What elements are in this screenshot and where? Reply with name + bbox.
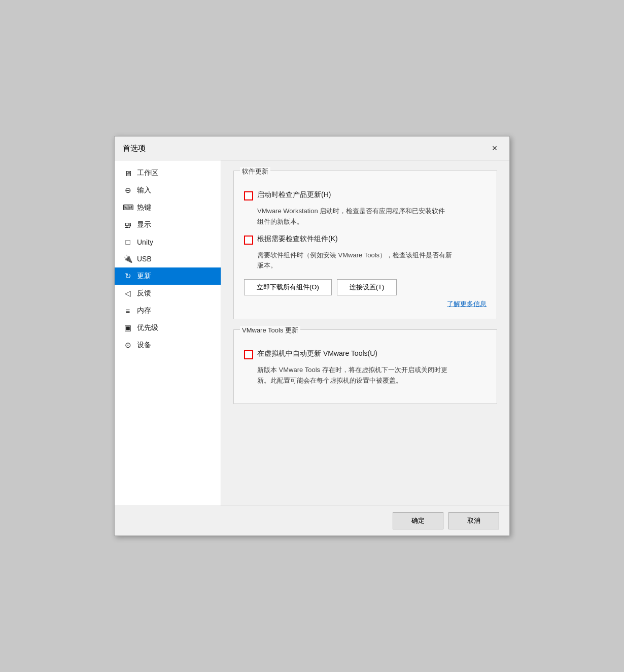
checkbox1-row: 启动时检查产品更新(H): [244, 190, 487, 202]
input-icon: ⊖: [123, 186, 133, 195]
sidebar-item-memory[interactable]: ≡ 内存: [115, 302, 221, 319]
software-update-inner: 启动时检查产品更新(H) VMware Workstation 启动时，检查是否…: [244, 190, 487, 309]
software-update-title: 软件更新: [240, 167, 270, 176]
sidebar-item-feedback[interactable]: ◁ 反馈: [115, 285, 221, 302]
sidebar-label-feedback: 反馈: [137, 289, 151, 298]
usb-icon: 🔌: [123, 254, 133, 263]
preferences-dialog: 首选项 × 🖥 工作区 ⊖ 输入 ⌨ 热键 🖳 显示 □ Un: [114, 136, 510, 536]
display-icon: 🖳: [123, 221, 133, 229]
sidebar-label-memory: 内存: [137, 306, 151, 315]
sidebar-label-display: 显示: [137, 220, 151, 229]
sidebar-item-priority[interactable]: ▣ 优先级: [115, 319, 221, 337]
sidebar-item-hotkeys[interactable]: ⌨ 热键: [115, 199, 221, 216]
checkbox1-label[interactable]: 启动时检查产品更新(H): [257, 190, 331, 199]
tools-checkbox-label[interactable]: 在虚拟机中自动更新 VMware Tools(U): [257, 349, 377, 358]
tools-checkbox-container: [244, 350, 253, 361]
close-button[interactable]: ×: [488, 142, 501, 155]
software-update-section: 软件更新 启动时检查产品更新(H) VMware Workstation 启动时…: [233, 171, 497, 319]
memory-icon: ≡: [123, 307, 133, 315]
connect-settings-button[interactable]: 连接设置(T): [337, 279, 397, 295]
sidebar-item-update[interactable]: ↻ 更新: [115, 267, 221, 285]
sidebar-item-usb[interactable]: 🔌 USB: [115, 250, 221, 267]
checkbox-product-update[interactable]: [244, 191, 253, 200]
sidebar-item-device[interactable]: ⊙ 设备: [115, 337, 221, 354]
sidebar-label-hotkeys: 热键: [137, 203, 151, 212]
vmware-tools-section: VMware Tools 更新 在虚拟机中自动更新 VMware Tools(U…: [233, 329, 497, 404]
sidebar-label-unity: Unity: [137, 238, 153, 246]
priority-icon: ▣: [123, 323, 133, 332]
sidebar: 🖥 工作区 ⊖ 输入 ⌨ 热键 🖳 显示 □ Unity 🔌 USB: [115, 160, 221, 506]
cancel-button[interactable]: 取消: [448, 512, 499, 529]
sidebar-item-input[interactable]: ⊖ 输入: [115, 182, 221, 199]
unity-icon: □: [123, 238, 133, 246]
update-icon: ↻: [123, 272, 133, 281]
sidebar-label-device: 设备: [137, 341, 151, 350]
sidebar-label-workspace: 工作区: [137, 169, 158, 178]
checkbox-auto-update-tools[interactable]: [244, 350, 253, 359]
vmware-tools-title: VMware Tools 更新: [240, 326, 300, 335]
sidebar-label-update: 更新: [137, 272, 151, 281]
learn-more-link[interactable]: 了解更多信息: [244, 299, 487, 309]
content-area: 软件更新 启动时检查产品更新(H) VMware Workstation 启动时…: [221, 160, 509, 506]
dialog-footer: 确定 取消: [115, 506, 509, 535]
vmware-tools-inner: 在虚拟机中自动更新 VMware Tools(U) 新版本 VMware Too…: [244, 349, 487, 386]
feedback-icon: ◁: [123, 289, 133, 298]
device-icon: ⊙: [123, 341, 133, 350]
sidebar-label-usb: USB: [137, 255, 152, 263]
sidebar-item-unity[interactable]: □ Unity: [115, 233, 221, 250]
dialog-body: 🖥 工作区 ⊖ 输入 ⌨ 热键 🖳 显示 □ Unity 🔌 USB: [115, 160, 509, 506]
checkbox2-description: 需要软件组件时（例如安装 VMware Tools），检查该组件是否有新版本。: [257, 250, 487, 272]
sidebar-item-workspace[interactable]: 🖥 工作区: [115, 164, 221, 182]
checkbox1-container: [244, 191, 253, 202]
sidebar-label-input: 输入: [137, 186, 151, 195]
checkbox2-row: 根据需要检查软件组件(K): [244, 234, 487, 246]
checkbox2-label[interactable]: 根据需要检查软件组件(K): [257, 234, 338, 244]
sidebar-label-priority: 优先级: [137, 323, 158, 332]
download-all-button[interactable]: 立即下载所有组件(O): [244, 279, 332, 295]
buttons-row: 立即下载所有组件(O) 连接设置(T): [244, 279, 487, 295]
title-bar: 首选项 ×: [115, 137, 509, 160]
tools-checkbox-row: 在虚拟机中自动更新 VMware Tools(U): [244, 349, 487, 361]
sidebar-item-display[interactable]: 🖳 显示: [115, 216, 221, 233]
workspace-icon: 🖥: [123, 169, 133, 178]
hotkeys-icon: ⌨: [123, 203, 133, 212]
checkbox1-description: VMware Workstation 启动时，检查是否有应用程序和已安装软件组件…: [257, 206, 487, 227]
checkbox-component-check[interactable]: [244, 236, 253, 245]
tools-description: 新版本 VMware Tools 存在时，将在虚拟机下一次开启或关闭时更新。此配…: [257, 365, 487, 386]
ok-button[interactable]: 确定: [393, 512, 443, 529]
dialog-title: 首选项: [123, 144, 146, 153]
checkbox2-container: [244, 236, 253, 246]
